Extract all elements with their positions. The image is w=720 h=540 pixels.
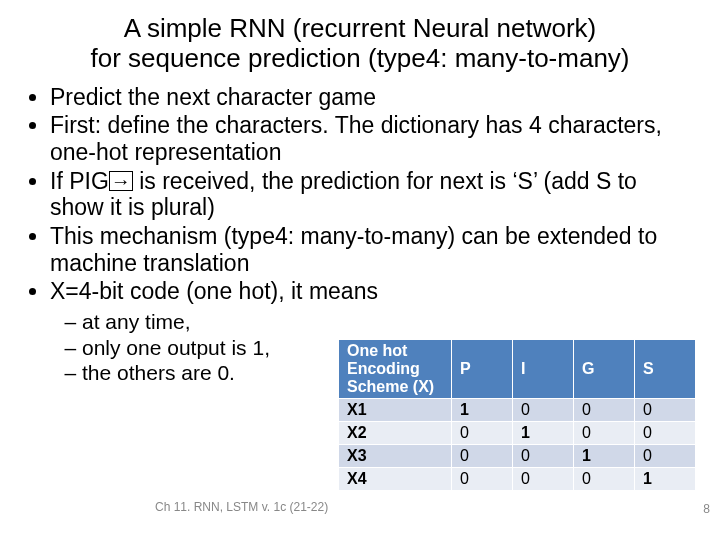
sub-item: only one output is 1,	[82, 335, 342, 361]
cell: 1	[513, 421, 574, 444]
sub-item: the others are 0.	[82, 360, 342, 386]
table-header-row: One hot Encoding Scheme (X) P I G S	[339, 340, 696, 399]
table-row: X3 0 0 1 0	[339, 444, 696, 467]
table-row: X4 0 0 0 1	[339, 467, 696, 490]
title-line-1: A simple RNN (recurrent Neural network)	[124, 13, 596, 43]
cell: 0	[574, 421, 635, 444]
bullet-item: This mechanism (type4: many-to-many) can…	[50, 223, 696, 276]
row-label: X2	[339, 421, 452, 444]
cell: 0	[452, 421, 513, 444]
cell: 1	[635, 467, 696, 490]
bullet-text: is received, the prediction for next is …	[50, 168, 637, 221]
th-i: I	[513, 340, 574, 399]
cell: 0	[635, 398, 696, 421]
bullet-item: Predict the next character game	[50, 84, 696, 111]
th-p: P	[452, 340, 513, 399]
slide-title: A simple RNN (recurrent Neural network) …	[0, 14, 720, 80]
onehot-table: One hot Encoding Scheme (X) P I G S X1 1…	[338, 339, 696, 491]
th-g: G	[574, 340, 635, 399]
cell: 0	[452, 467, 513, 490]
th-s: S	[635, 340, 696, 399]
row-label: X1	[339, 398, 452, 421]
bullet-text: X=4-bit code (one hot), it means	[50, 278, 378, 304]
title-line-2: for sequence prediction (type4: many-to-…	[90, 43, 629, 73]
table-row: X2 0 1 0 0	[339, 421, 696, 444]
th-scheme: One hot Encoding Scheme (X)	[339, 340, 452, 399]
bullet-text: If PIG	[50, 168, 109, 194]
page-number: 8	[703, 502, 710, 516]
cell: 0	[513, 444, 574, 467]
cell: 1	[452, 398, 513, 421]
footer-text: Ch 11. RNN, LSTM v. 1c (21-22)	[155, 500, 328, 514]
bullet-item: If PIG→ is received, the prediction for …	[50, 168, 696, 221]
row-label: X3	[339, 444, 452, 467]
cell: 0	[574, 467, 635, 490]
slide: A simple RNN (recurrent Neural network) …	[0, 0, 720, 540]
sub-item: at any time,	[82, 309, 342, 335]
row-label: X4	[339, 467, 452, 490]
cell: 0	[635, 444, 696, 467]
arrow-right-icon: →	[109, 171, 133, 191]
bullet-item: First: define the characters. The dictio…	[50, 112, 696, 165]
cell: 0	[513, 398, 574, 421]
table-row: X1 1 0 0 0	[339, 398, 696, 421]
cell: 0	[574, 398, 635, 421]
cell: 0	[452, 444, 513, 467]
cell: 0	[513, 467, 574, 490]
sub-bullet-list: at any time, only one output is 1, the o…	[50, 309, 342, 386]
cell: 0	[635, 421, 696, 444]
cell: 1	[574, 444, 635, 467]
